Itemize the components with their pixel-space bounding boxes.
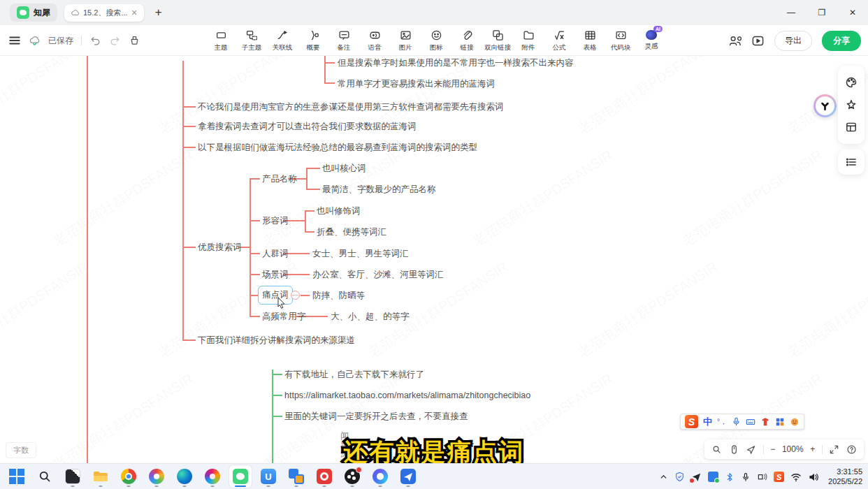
taskbar-app-capture[interactable] (62, 465, 84, 488)
taskbar-app-windows-manager[interactable] (285, 465, 308, 488)
bluetooth-icon[interactable] (725, 472, 735, 482)
mindmap-node[interactable]: 有下载地址，自己去下载下来就行了 (284, 369, 424, 381)
mindmap-node[interactable]: 高频常用字 (262, 311, 306, 323)
mindmap-node[interactable]: 人群词 (262, 248, 289, 260)
document-tab[interactable]: 15.2、搜索... ✕ (64, 4, 144, 22)
mindmap-node[interactable]: 以下是根据咱们做蓝海玩法经验总结的最容易查到蓝海词的搜索词的类型 (198, 142, 477, 154)
ime-keyboard-icon[interactable] (746, 417, 755, 427)
tool-bidirectional-link[interactable]: 双向链接 (482, 25, 513, 56)
mindmap-node[interactable]: 折叠、便携等词汇 (317, 226, 386, 238)
minimize-button[interactable]: — (776, 0, 806, 25)
mindmap-node[interactable]: 产品名称 (262, 173, 297, 185)
locate-center-icon[interactable] (746, 444, 756, 455)
mindmap-node[interactable]: 防摔、防晒等 (312, 290, 365, 302)
collaborate-icon[interactable] (728, 34, 742, 48)
telegram-icon[interactable] (691, 472, 702, 482)
zoom-in-button[interactable]: + (810, 444, 815, 454)
tutorial-video-icon[interactable] (751, 34, 765, 48)
mindmap-node[interactable]: 优质搜索词 (198, 242, 242, 254)
microphone-icon[interactable] (741, 472, 751, 482)
taskbar-app-media[interactable] (201, 465, 224, 488)
help-icon[interactable] (846, 444, 857, 455)
ime-language-mode[interactable]: 中 (703, 416, 712, 428)
brand-badge[interactable] (813, 94, 837, 117)
share-button[interactable]: 分享 (822, 31, 861, 51)
taskbar-start-button[interactable] (6, 465, 28, 488)
ime-logo-icon[interactable]: S (685, 415, 698, 428)
tool-code-block[interactable]: 代码块 (605, 25, 636, 56)
mouse-mode-icon[interactable] (729, 444, 739, 455)
mindmap-node[interactable]: 常用单字才更容易搜索出来能用的蓝海词 (338, 78, 495, 90)
tool-summary[interactable]: 概要 (298, 25, 328, 56)
restore-button[interactable]: ❐ (806, 0, 837, 25)
taskbar-obs[interactable] (341, 465, 363, 488)
security-shield-icon[interactable] (674, 472, 685, 482)
taskbar-app-colorwheel[interactable] (145, 465, 168, 488)
word-count-label[interactable]: 字数 (6, 442, 36, 458)
tool-table[interactable]: 表格 (574, 25, 605, 56)
zoom-out-button[interactable]: − (770, 444, 775, 454)
tab-close-icon[interactable]: ✕ (131, 8, 138, 17)
mindmap-node-selected[interactable]: 痛点词 (258, 286, 293, 305)
wifi-icon[interactable] (790, 472, 802, 482)
taskbar-app-browser-purple[interactable] (369, 465, 391, 488)
tool-formula[interactable]: 公式 (544, 25, 574, 56)
taskbar-search-button[interactable] (34, 465, 56, 488)
tool-voice[interactable]: 语音 (359, 25, 390, 56)
mindmap-node[interactable]: 女士、男士、男生等词汇 (312, 248, 409, 260)
taskbar-chrome[interactable] (117, 465, 140, 488)
mindmap-node[interactable]: https://alimarket.taobao.com/markets/ali… (284, 391, 530, 400)
volume-icon[interactable] (808, 472, 819, 482)
sogou-tray-icon[interactable]: S (774, 472, 784, 482)
mindmap-node[interactable]: 拿着搜索词去查词才可以查出符合我们要求数据的蓝海词 (198, 121, 417, 133)
mindmap-node[interactable]: 场景词 (262, 269, 289, 281)
tool-relation-line[interactable]: 关联线 (267, 25, 298, 56)
taskbar-clock[interactable]: 3:31:55 2025/5/22 (828, 467, 862, 487)
redo-icon[interactable] (109, 35, 121, 47)
tool-image[interactable]: 图片 (390, 25, 421, 56)
ime-toolbox-icon[interactable] (775, 417, 785, 427)
update-check-icon[interactable] (708, 472, 718, 482)
mindmap-node[interactable]: 不论我们是使用淘宝官方的生意参谋还是使用第三方软件查词都需要先有搜索词 (198, 101, 504, 113)
ime-punctuation-mode[interactable]: °， (717, 417, 727, 427)
mindmap-node[interactable]: 里面的关键词一定要拆开之后去查，不要直接查 (284, 411, 468, 423)
taskbar-zhixi-active[interactable] (229, 465, 252, 488)
theme-palette-icon[interactable] (845, 76, 858, 89)
taskbar-app-plane[interactable] (397, 465, 419, 488)
search-canvas-icon[interactable] (711, 444, 722, 455)
undo-icon[interactable] (89, 35, 101, 47)
mindmap-node[interactable]: 大、小、超、的等字 (331, 311, 410, 323)
close-button[interactable]: ✕ (837, 0, 868, 25)
tool-emoji[interactable]: 图标 (421, 25, 451, 56)
tool-topic[interactable]: 主题 (205, 25, 236, 56)
ime-emoji-icon[interactable] (790, 417, 800, 427)
taskbar-file-explorer[interactable] (89, 465, 112, 488)
fullscreen-icon[interactable] (829, 444, 839, 455)
menu-icon[interactable] (8, 34, 21, 47)
taskbar-edge[interactable] (173, 465, 196, 488)
tool-ai-inspiration[interactable]: AI 灵感 (636, 25, 667, 56)
collapse-button[interactable]: — (291, 291, 300, 300)
mindmap-node[interactable]: 也叫核心词 (322, 163, 366, 175)
export-button[interactable]: 导出 (774, 31, 812, 51)
tool-link[interactable]: 链接 (451, 25, 482, 56)
mindmap-node[interactable]: 形容词 (262, 215, 289, 227)
beautify-icon[interactable] (845, 98, 858, 111)
mindmap-node[interactable]: 最简洁、字数最少的产品名称 (322, 184, 436, 196)
mindmap-node[interactable]: 也叫修饰词 (317, 205, 361, 217)
taskbar-app-u[interactable]: U (257, 465, 280, 488)
app-home-button[interactable]: 知犀 (10, 3, 57, 22)
taskbar-app-recorder[interactable] (313, 465, 335, 488)
mindmap-node[interactable]: 但是搜索单字时如果使用的是不常用字也一样搜索不出来内容 (338, 57, 574, 69)
ime-mic-icon[interactable] (732, 417, 741, 426)
mindmap-node[interactable]: 办公室、客厅、沙滩、河里等词汇 (312, 269, 444, 281)
ime-skin-icon[interactable] (760, 417, 770, 427)
tool-attachment[interactable]: 附件 (513, 25, 544, 56)
new-tab-button[interactable]: + (155, 6, 162, 20)
tool-subtopic[interactable]: 子主题 (236, 25, 267, 56)
structure-layout-icon[interactable] (845, 121, 858, 133)
outline-list-icon[interactable] (845, 156, 858, 168)
audio-device-icon[interactable] (757, 472, 767, 482)
mindmap-canvas[interactable]: 老范电商社群PDSFANSIR老范电商社群PDSFANSIR老范电商社群PDSF… (0, 56, 868, 463)
mindmap-node[interactable]: 下面我们详细拆分讲解搜索词的来源渠道 (198, 335, 355, 346)
